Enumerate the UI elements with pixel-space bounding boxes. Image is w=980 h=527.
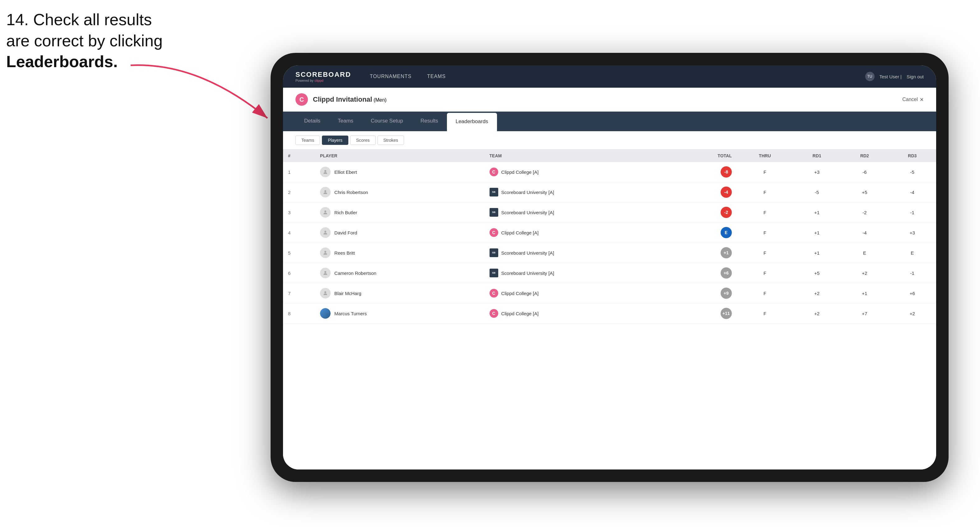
row-pos: 1 xyxy=(283,162,315,182)
tournament-gender: (Men) xyxy=(374,97,387,103)
leaderboard-table: # PLAYER TEAM TOTAL THRU RD1 RD2 RD3 1 xyxy=(283,149,936,324)
row-total: +1 xyxy=(675,243,737,263)
sign-out-link[interactable]: Sign out xyxy=(907,74,924,79)
row-thru: F xyxy=(737,303,793,324)
row-rd1: +1 xyxy=(793,243,841,263)
logo-sub: Powered by clippd xyxy=(296,79,351,83)
row-player: Cameron Robertson xyxy=(315,263,484,283)
leaderboard-table-container[interactable]: # PLAYER TEAM TOTAL THRU RD1 RD2 RD3 1 xyxy=(283,149,936,470)
row-team: SB Scoreboard University [A] xyxy=(485,263,675,283)
svg-point-3 xyxy=(325,211,326,212)
total-badge: -4 xyxy=(721,187,732,198)
tab-details[interactable]: Details xyxy=(296,112,329,130)
row-team: C Clippd College [A] xyxy=(485,283,675,303)
team-logo-icon: C xyxy=(490,228,498,237)
filter-players[interactable]: Players xyxy=(322,136,348,145)
player-avatar xyxy=(320,308,331,319)
team-logo-icon: C xyxy=(490,309,498,318)
row-player: Chris Robertson xyxy=(315,182,484,202)
row-total: E xyxy=(675,222,737,243)
row-rd1: +5 xyxy=(793,263,841,283)
row-pos: 4 xyxy=(283,222,315,243)
row-pos: 2 xyxy=(283,182,315,202)
row-rd2: -6 xyxy=(841,162,888,182)
row-total: +6 xyxy=(675,263,737,283)
row-rd1: +1 xyxy=(793,222,841,243)
logo-area: SCOREBOARD Powered by clippd xyxy=(296,71,351,83)
row-rd3: +6 xyxy=(889,283,936,303)
col-rd1: RD1 xyxy=(793,149,841,162)
team-logo-icon: C xyxy=(490,289,498,298)
tab-results[interactable]: Results xyxy=(412,112,447,130)
row-thru: F xyxy=(737,222,793,243)
col-total: TOTAL xyxy=(675,149,737,162)
svg-point-7 xyxy=(325,291,326,293)
player-avatar xyxy=(320,227,331,238)
filter-strokes[interactable]: Strokes xyxy=(377,136,404,145)
row-rd3: -4 xyxy=(889,182,936,202)
table-row[interactable]: 4 David Ford C Clippd College [A] E F +1… xyxy=(283,222,936,243)
player-avatar xyxy=(320,288,331,298)
filter-teams[interactable]: Teams xyxy=(296,136,320,145)
total-badge: +6 xyxy=(721,267,732,279)
row-rd3: -5 xyxy=(889,162,936,182)
total-badge: -8 xyxy=(721,166,732,178)
instruction-line2: are correct by clicking xyxy=(6,32,163,50)
tab-teams[interactable]: Teams xyxy=(329,112,362,130)
table-row[interactable]: 8 Marcus Turners C Clippd College [A] +1… xyxy=(283,303,936,324)
table-row[interactable]: 2 Chris Robertson SB Scoreboard Universi… xyxy=(283,182,936,202)
filter-scores[interactable]: Scores xyxy=(350,136,376,145)
team-logo-icon: SB xyxy=(490,188,498,197)
row-total: +11 xyxy=(675,303,737,324)
row-team: C Clippd College [A] xyxy=(485,162,675,182)
row-pos: 7 xyxy=(283,283,315,303)
user-avatar: TU xyxy=(865,72,875,81)
row-rd2: +1 xyxy=(841,283,888,303)
col-pos: # xyxy=(283,149,315,162)
table-header: # PLAYER TEAM TOTAL THRU RD1 RD2 RD3 xyxy=(283,149,936,162)
tournament-title: Clippd Invitational (Men) xyxy=(313,95,387,103)
team-name: Scoreboard University [A] xyxy=(501,270,554,276)
table-row[interactable]: 5 Rees Britt SB Scoreboard University [A… xyxy=(283,243,936,263)
col-player: PLAYER xyxy=(315,149,484,162)
nav-teams[interactable]: TEAMS xyxy=(427,74,446,79)
team-logo-icon: C xyxy=(490,168,498,176)
player-name: Marcus Turners xyxy=(334,311,367,316)
row-player: Rich Butler xyxy=(315,202,484,222)
main-nav: TOURNAMENTS TEAMS xyxy=(370,74,865,79)
filter-bar: Teams Players Scores Strokes xyxy=(283,131,936,149)
tab-leaderboards[interactable]: Leaderboards xyxy=(447,113,497,131)
table-row[interactable]: 3 Rich Butler SB Scoreboard University [… xyxy=(283,202,936,222)
row-thru: F xyxy=(737,263,793,283)
tab-navigation: Details Teams Course Setup Results Leade… xyxy=(283,112,936,131)
row-rd3: +2 xyxy=(889,303,936,324)
row-rd1: +2 xyxy=(793,283,841,303)
player-avatar xyxy=(320,268,331,278)
table-row[interactable]: 7 Blair McHarg C Clippd College [A] +9 F… xyxy=(283,283,936,303)
table-row[interactable]: 1 Elliot Ebert C Clippd College [A] -8 F… xyxy=(283,162,936,182)
tournament-logo-icon: C xyxy=(296,93,308,106)
total-badge: +1 xyxy=(721,247,732,259)
row-rd2: -4 xyxy=(841,222,888,243)
table-row[interactable]: 6 Cameron Robertson SB Scoreboard Univer… xyxy=(283,263,936,283)
player-name: Rees Britt xyxy=(334,250,355,256)
player-avatar xyxy=(320,187,331,197)
row-team: SB Scoreboard University [A] xyxy=(485,182,675,202)
row-thru: F xyxy=(737,283,793,303)
row-team: C Clippd College [A] xyxy=(485,222,675,243)
team-name: Scoreboard University [A] xyxy=(501,190,554,195)
row-player: Elliot Ebert xyxy=(315,162,484,182)
nav-tournaments[interactable]: TOURNAMENTS xyxy=(370,74,412,79)
player-avatar xyxy=(320,207,331,217)
row-thru: F xyxy=(737,182,793,202)
player-name: Chris Robertson xyxy=(334,190,368,195)
tab-course-setup[interactable]: Course Setup xyxy=(362,112,412,130)
row-pos: 8 xyxy=(283,303,315,324)
cancel-button[interactable]: Cancel ✕ xyxy=(902,97,924,103)
col-rd3: RD3 xyxy=(889,149,936,162)
header-right: TU Test User | Sign out xyxy=(865,72,924,81)
svg-point-2 xyxy=(325,190,326,192)
team-name: Clippd College [A] xyxy=(501,311,539,316)
row-total: -4 xyxy=(675,182,737,202)
tournament-header: C Clippd Invitational (Men) Cancel ✕ xyxy=(283,88,936,112)
